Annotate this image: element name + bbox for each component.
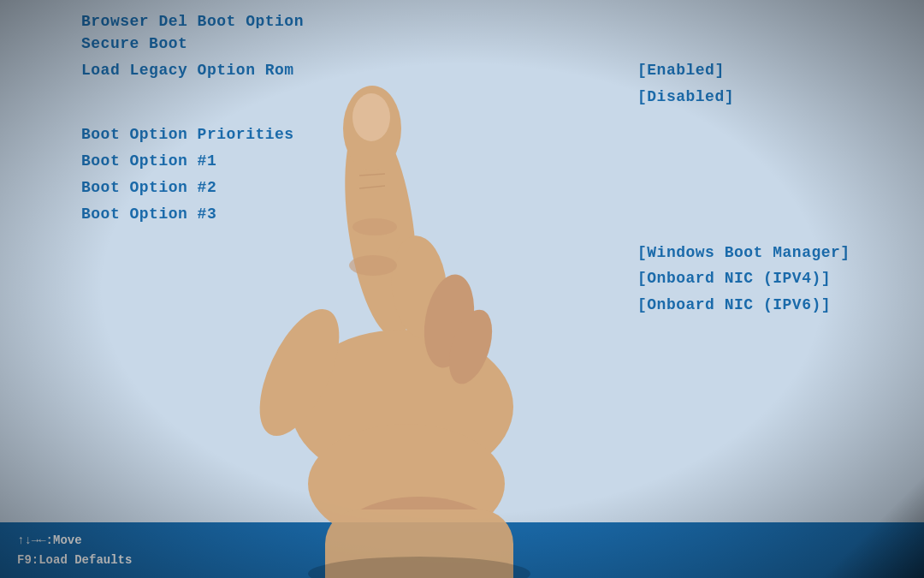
windows-boot-manager-value: [Windows Boot Manager] <box>637 241 894 265</box>
bios-screen: Browser Del Boot Option Secure Boot Load… <box>0 0 924 578</box>
svg-point-13 <box>349 255 397 276</box>
secure-boot-row: Secure Boot <box>81 32 894 57</box>
hand-overlay <box>154 81 625 578</box>
svg-point-2 <box>352 93 390 141</box>
load-legacy-rom-row: Load Legacy Option Rom [Enabled] <box>81 58 894 83</box>
browser-del-boot-option-label: Browser Del Boot Option <box>81 13 894 28</box>
onboard-nic-ipv4-value: [Onboard NIC (IPV4)] <box>637 266 894 291</box>
onboard-nic-ipv6-value: [Onboard NIC (IPV6)] <box>637 293 894 318</box>
disabled-value: [Disabled] <box>637 85 894 110</box>
load-defaults-indicator: F9:Load Defaults <box>17 553 132 567</box>
move-indicator: ↑↓→←:Move <box>17 533 82 547</box>
corner-dark-overlay <box>821 475 924 578</box>
secure-boot-label: Secure Boot <box>81 32 187 57</box>
partial-top-row: Browser Del Boot Option <box>81 13 894 28</box>
svg-point-14 <box>352 218 397 235</box>
load-legacy-rom-label: Load Legacy Option Rom <box>81 58 294 83</box>
load-legacy-rom-value: [Enabled] <box>637 58 894 83</box>
